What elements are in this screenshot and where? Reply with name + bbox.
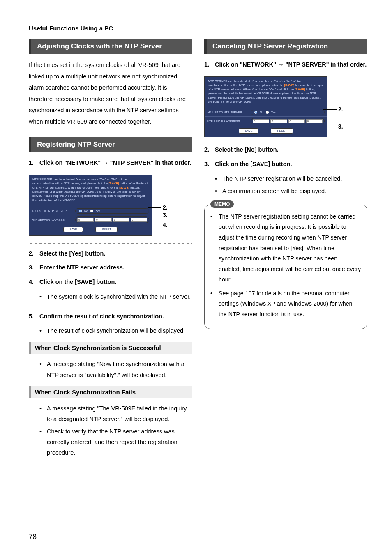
- radio-group[interactable]: No Yes: [251, 110, 325, 115]
- callout-2: 2.: [163, 204, 168, 211]
- row-address: NTP SERVER ADDRESS 0 0 0 0: [29, 215, 152, 224]
- content-columns: Adjusting Clocks with the NTP Server If …: [29, 39, 367, 462]
- arrow-icon: →: [278, 61, 284, 68]
- label-address: NTP SERVER ADDRESS: [207, 120, 248, 123]
- step-number: 2.: [204, 145, 215, 155]
- reg-step-5: 5. Confirm the result of clock synchroni…: [29, 311, 192, 322]
- screenshot-panel: NTP SERVER can be adjusted. You can choo…: [29, 175, 152, 236]
- save-button[interactable]: SAVE: [63, 227, 83, 232]
- memo-item: The NTP server registration setting cann…: [210, 212, 361, 285]
- screenshot-description: NTP SERVER can be adjusted. You can choo…: [205, 77, 327, 108]
- radio-yes-icon[interactable]: [90, 210, 93, 212]
- row-adjust: ADJUST TO NTP SERVER No Yes: [205, 108, 327, 116]
- row-adjust: ADJUST TO NTP SERVER No Yes: [29, 207, 152, 215]
- radio-yes-label: Yes: [96, 210, 100, 212]
- step-text: Enter the NTP server address.: [39, 263, 192, 273]
- screenshot-buttons: SAVE RESET: [205, 126, 327, 137]
- ntp-screenshot-reg: NTP SERVER can be adjusted. You can choo…: [29, 175, 192, 236]
- ip-seg-2[interactable]: 0: [270, 119, 287, 123]
- left-column: Adjusting Clocks with the NTP Server If …: [29, 39, 192, 462]
- step-text: Select the [No] button.: [215, 145, 367, 155]
- subheading-sync-fail: When Clock Synchronization Fails: [29, 386, 192, 398]
- step-number: 3.: [204, 159, 215, 169]
- step5-sub-item: The result of clock synchronization will…: [39, 325, 192, 336]
- callout-line-2: [148, 207, 161, 208]
- reset-button[interactable]: RESET: [95, 227, 117, 232]
- sub-text: The NTP server registration will be canc…: [222, 173, 342, 184]
- radio-no-label: No: [84, 210, 88, 212]
- step1-post: "NTP SERVER" in that order.: [284, 61, 367, 68]
- radio-no-label: No: [260, 111, 263, 114]
- ip-seg-2[interactable]: 0: [95, 218, 111, 222]
- ip-seg-4[interactable]: 0: [131, 218, 147, 222]
- reg-step-3: 3. Enter the NTP server address.: [29, 263, 192, 273]
- row-address: NTP SERVER ADDRESS 0 0 0 0: [205, 116, 327, 126]
- screenshot-panel: NTP SERVER can be adjusted. You can choo…: [204, 76, 327, 138]
- step4-sub: The system clock is synchronized with th…: [39, 291, 192, 302]
- cancel-step-3: 3. Click on the [SAVE] button.: [204, 159, 367, 169]
- callout-line-2: [323, 109, 337, 110]
- sync-success-list: A message stating "Now time synchronizat…: [39, 359, 192, 380]
- ip-seg-3[interactable]: 0: [288, 119, 305, 123]
- step-number: 5.: [29, 311, 39, 322]
- banner-registering-ntp: Registering NTP Server: [29, 137, 192, 152]
- sub-text: Check to verify that the NTP server addr…: [47, 426, 192, 458]
- banner-adjusting-clocks: Adjusting Clocks with the NTP Server: [29, 39, 192, 54]
- sub-text: A message stating "Now time synchronizat…: [47, 359, 192, 380]
- label-adjust: ADJUST TO NTP SERVER: [32, 210, 73, 212]
- ip-seg-1[interactable]: 0: [77, 218, 94, 222]
- screenshot-buttons: SAVE RESET: [29, 224, 152, 235]
- desc-save-1: [SAVE]: [108, 182, 119, 185]
- radio-no-icon[interactable]: [79, 210, 82, 212]
- reg-steps: 1. Click on "NETWORK" → "NTP SERVER" in …: [29, 158, 192, 168]
- step-text: Select the [Yes] button.: [39, 249, 192, 259]
- sync-fail-list: A message stating "The VR-509E failed in…: [39, 403, 192, 458]
- intro-paragraph: If the times set in the system clocks of…: [29, 60, 192, 127]
- callout-line-3: [148, 215, 161, 216]
- ip-seg-4[interactable]: 0: [306, 119, 323, 123]
- cancel-step-1: 1. Click on "NETWORK" → "NTP SERVER" in …: [204, 60, 367, 70]
- ip-seg-3[interactable]: 0: [113, 218, 129, 222]
- callout-3: 3.: [338, 123, 343, 130]
- memo-box: MEMO The NTP server registration setting…: [204, 205, 367, 329]
- step-number: 3.: [29, 263, 39, 273]
- radio-group[interactable]: No Yes: [75, 208, 149, 214]
- list-item: A confirmation screen will be displayed.: [215, 186, 367, 196]
- page-number: 78: [29, 533, 37, 541]
- step1-pre: Click on "NETWORK": [215, 61, 278, 68]
- cancel-step-2: 2. Select the [No] button.: [204, 145, 367, 155]
- reg-step-1: 1. Click on "NETWORK" → "NTP SERVER" in …: [29, 158, 192, 168]
- save-button[interactable]: SAVE: [239, 128, 258, 134]
- page-header: Useful Functions Using a PC: [29, 25, 367, 32]
- ip-input-group[interactable]: 0 0 0 0: [251, 118, 325, 124]
- step-text: Confirm the result of clock synchronizat…: [39, 311, 192, 322]
- reset-button[interactable]: RESET: [271, 128, 293, 134]
- radio-yes-icon[interactable]: [266, 111, 269, 114]
- memo-item: See page 107 for details on the personal…: [210, 288, 361, 320]
- step1-pre: Click on "NETWORK": [39, 159, 102, 166]
- step5-sub: The result of clock synchronization will…: [39, 325, 192, 336]
- step4-sub-item: The system clock is synchronized with th…: [39, 291, 192, 302]
- list-item: A message stating "Now time synchronizat…: [39, 359, 192, 380]
- memo-list: The NTP server registration setting cann…: [210, 212, 361, 320]
- reg-step-4: 4. Click on the [SAVE] button.: [29, 277, 192, 287]
- ip-input-group[interactable]: 0 0 0 0: [75, 216, 149, 223]
- banner-canceling-ntp: Canceling NTP Server Registration: [204, 39, 367, 54]
- reg-step-2: 2. Select the [Yes] button.: [29, 249, 192, 259]
- sub-text: A confirmation screen will be displayed.: [222, 186, 326, 196]
- list-item: A message stating "The VR-509E failed in…: [39, 403, 192, 424]
- list-item: Check to verify that the NTP server addr…: [39, 426, 192, 458]
- step-number: 1.: [29, 158, 39, 168]
- step-number: 1.: [204, 60, 215, 70]
- desc-save-2: [SAVE]: [119, 186, 129, 189]
- desc-save-2: [SAVE]: [295, 88, 305, 91]
- ip-seg-1[interactable]: 0: [253, 119, 269, 123]
- radio-no-icon[interactable]: [254, 111, 257, 114]
- dotted-separator: [29, 243, 192, 244]
- step-text: Click on the [SAVE] button.: [215, 159, 367, 169]
- step1-post: "NTP SERVER" in that order.: [108, 159, 191, 166]
- label-adjust: ADJUST TO NTP SERVER: [207, 111, 248, 114]
- subheading-sync-success: When Clock Synchronization is Successful: [29, 342, 192, 354]
- callout-4: 4.: [163, 221, 168, 228]
- memo-text: See page 107 for details on the personal…: [219, 288, 361, 320]
